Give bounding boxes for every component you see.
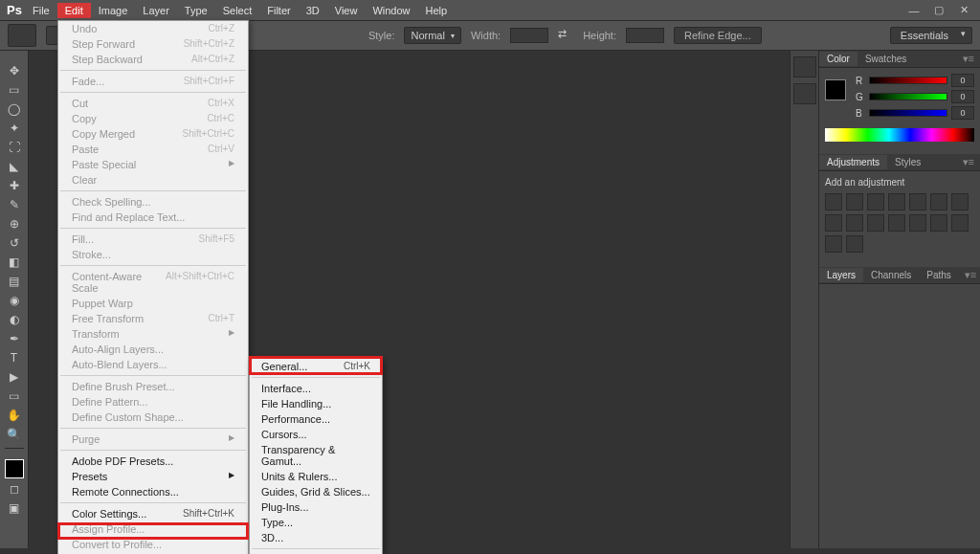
adjustment-icon[interactable] [867, 193, 884, 211]
menu-item-step-backward: Step BackwardAlt+Ctrl+Z [58, 52, 248, 67]
menu-3d[interactable]: 3D [299, 3, 327, 18]
move-tool-icon[interactable]: ✥ [3, 62, 26, 79]
adjustment-icon[interactable] [930, 193, 947, 211]
menu-item-check-spelling-: Check Spelling... [58, 194, 248, 210]
tab-adjustments[interactable]: Adjustments [819, 155, 887, 169]
slider-g[interactable] [869, 93, 947, 100]
tab-channels[interactable]: Channels [863, 268, 919, 282]
tab-color[interactable]: Color [819, 52, 858, 66]
slider-value-r[interactable]: 0 [951, 74, 974, 87]
menu-item-performance-[interactable]: Performance... [250, 411, 382, 427]
menu-item-guides,-grid-&-slices-[interactable]: Guides, Grid & Slices... [250, 484, 382, 499]
adjustment-icon[interactable] [825, 235, 842, 253]
menu-select[interactable]: Select [215, 3, 260, 18]
adjustment-icon[interactable] [825, 193, 842, 211]
gradient-tool-icon[interactable]: ▤ [3, 273, 26, 290]
dodge-tool-icon[interactable]: ◐ [3, 311, 26, 328]
menu-item-adobe-pdf-presets-[interactable]: Adobe PDF Presets... [58, 454, 248, 469]
slider-value-b[interactable]: 0 [951, 106, 974, 120]
adjustment-icon[interactable] [825, 214, 842, 232]
pen-tool-icon[interactable]: ✒ [3, 330, 26, 347]
menu-item-units-&-rulers-[interactable]: Units & Rulers... [250, 469, 382, 484]
menu-file[interactable]: File [25, 3, 57, 18]
slider-r[interactable] [869, 77, 947, 84]
type-tool-icon[interactable]: T [3, 349, 26, 366]
adjustment-icon[interactable] [951, 193, 969, 211]
shape-tool-icon[interactable]: ▭ [3, 388, 26, 405]
menu-image[interactable]: Image [91, 3, 136, 18]
menu-item-interface-[interactable]: Interface... [250, 381, 382, 396]
dock-icon-1[interactable] [793, 56, 816, 78]
color-spectrum[interactable] [825, 128, 974, 142]
adjustment-icon[interactable] [846, 235, 863, 253]
tab-styles[interactable]: Styles [887, 155, 928, 169]
maximize-icon[interactable]: ▢ [930, 4, 947, 17]
refine-edge-button[interactable]: Refine Edge... [674, 27, 762, 44]
clone-stamp-tool-icon[interactable]: ⊕ [3, 215, 26, 233]
adjustment-icon[interactable] [888, 214, 905, 232]
adjustments-panel-tabs: Adjustments Styles ▾≡ [819, 154, 980, 171]
tab-layers[interactable]: Layers [819, 268, 863, 282]
panel-menu-icon[interactable]: ▾≡ [959, 269, 980, 281]
adjustment-icon[interactable] [909, 214, 926, 232]
close-icon[interactable]: ✕ [955, 4, 972, 17]
menu-item-color-settings-[interactable]: Color Settings...Shift+Ctrl+K [58, 506, 248, 521]
menu-layer[interactable]: Layer [135, 3, 177, 18]
workspace-select[interactable]: Essentials [890, 27, 972, 44]
crop-tool-icon[interactable]: ⛶ [3, 139, 26, 156]
history-brush-tool-icon[interactable]: ↺ [3, 234, 26, 252]
minimize-icon[interactable]: — [905, 4, 923, 17]
menu-item-cursors-[interactable]: Cursors... [250, 427, 382, 442]
blur-tool-icon[interactable]: ◉ [3, 292, 26, 309]
menu-item-plug-ins-[interactable]: Plug-Ins... [250, 499, 382, 515]
menu-item-remote-connections-[interactable]: Remote Connections... [58, 484, 248, 499]
menu-item-file-handling-[interactable]: File Handling... [250, 396, 382, 411]
menu-item-type-[interactable]: Type... [250, 515, 382, 530]
path-selection-tool-icon[interactable]: ▶ [3, 368, 26, 386]
menu-help[interactable]: Help [418, 3, 456, 18]
screen-mode-icon[interactable]: ▣ [3, 499, 26, 517]
menu-item-transparency-&-gamut-[interactable]: Transparency & Gamut... [250, 442, 382, 469]
hand-tool-icon[interactable]: ✋ [3, 407, 26, 424]
menu-filter[interactable]: Filter [259, 3, 298, 18]
slider-value-g[interactable]: 0 [951, 90, 974, 103]
lasso-tool-icon[interactable]: ◯ [3, 100, 26, 118]
slider-b[interactable] [869, 109, 947, 117]
magic-wand-tool-icon[interactable]: ✦ [3, 120, 26, 137]
adjustment-icon[interactable] [888, 193, 905, 211]
adjustment-icon[interactable] [846, 193, 863, 211]
adjustment-icon[interactable] [930, 214, 947, 232]
tool-preset-picker[interactable] [8, 24, 36, 47]
brush-tool-icon[interactable]: ✎ [3, 196, 26, 213]
adjustment-icon[interactable] [951, 214, 969, 232]
foreground-background-swatch[interactable] [5, 459, 24, 478]
menu-item-copy: CopyCtrl+C [58, 111, 248, 126]
height-input[interactable] [626, 28, 664, 43]
eyedropper-tool-icon[interactable]: ◣ [3, 158, 26, 175]
menu-type[interactable]: Type [177, 3, 215, 18]
swap-dimensions-icon[interactable]: ⇄ [558, 28, 573, 43]
adjustment-icon[interactable] [867, 214, 884, 232]
adjustment-icon[interactable] [846, 214, 863, 232]
style-select[interactable]: Normal▾ [404, 27, 460, 44]
zoom-tool-icon[interactable]: 🔍 [3, 426, 26, 443]
menu-item-presets[interactable]: Presets▶ [58, 469, 248, 484]
quick-mask-icon[interactable]: ◻ [3, 480, 26, 498]
menu-window[interactable]: Window [365, 3, 417, 18]
eraser-tool-icon[interactable]: ◧ [3, 254, 26, 271]
menu-view[interactable]: View [327, 3, 366, 18]
menu-item-3d-[interactable]: 3D... [250, 530, 382, 545]
menu-item-auto-align-layers-: Auto-Align Layers... [58, 342, 248, 357]
tab-swatches[interactable]: Swatches [858, 52, 914, 66]
adjustment-icon[interactable] [909, 193, 926, 211]
panel-menu-icon[interactable]: ▾≡ [957, 156, 980, 168]
width-input[interactable] [510, 28, 548, 43]
menu-edit[interactable]: Edit [57, 3, 91, 18]
tab-paths[interactable]: Paths [919, 268, 959, 282]
menu-item-general-[interactable]: General...Ctrl+K [250, 359, 382, 374]
healing-brush-tool-icon[interactable]: ✚ [3, 177, 26, 194]
panel-menu-icon[interactable]: ▾≡ [957, 53, 980, 65]
marquee-tool-icon[interactable]: ▭ [3, 81, 26, 99]
color-swatch[interactable] [825, 79, 850, 118]
dock-icon-2[interactable] [793, 83, 816, 104]
